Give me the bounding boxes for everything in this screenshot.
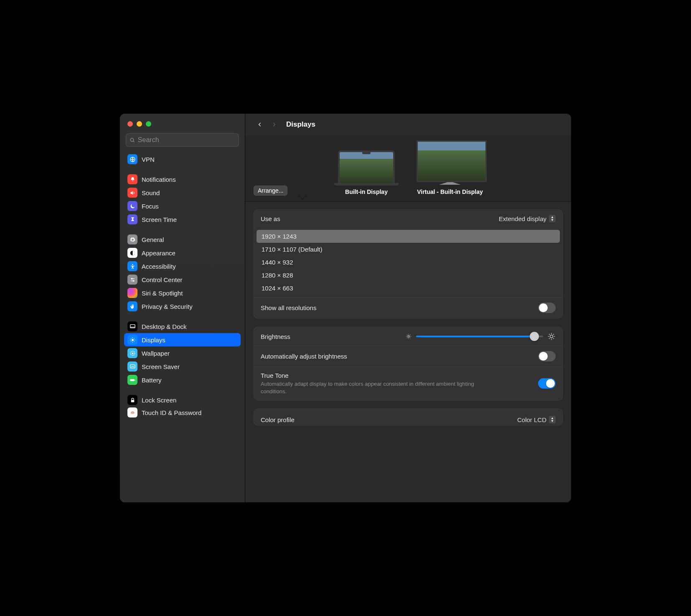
auto-brightness-toggle[interactable] xyxy=(538,351,556,361)
sidebar-item-siri[interactable]: Siri & Spotlight xyxy=(124,286,241,300)
svg-line-34 xyxy=(410,335,410,335)
sidebar-item-control-center[interactable]: Control Center xyxy=(124,273,241,286)
sidebar-item-privacy[interactable]: Privacy & Security xyxy=(124,300,241,313)
sidebar-item-label: Battery xyxy=(142,377,162,384)
settings-scroll[interactable]: Use as Extended display ▲▼ 1920 × 124317… xyxy=(245,202,571,502)
sidebar-item-lock-screen[interactable]: Lock Screen xyxy=(124,393,241,407)
svg-line-43 xyxy=(553,334,554,335)
sidebar-item-label: Focus xyxy=(142,203,159,210)
svg-line-40 xyxy=(549,334,550,335)
display-label: Built-in Display xyxy=(333,188,400,196)
sidebar-item-label: Sound xyxy=(142,189,160,196)
svg-line-42 xyxy=(549,338,550,339)
sidebar-item-label: Displays xyxy=(142,336,165,344)
sidebar-item-label: Siri & Spotlight xyxy=(142,290,183,297)
back-button[interactable] xyxy=(255,119,264,130)
svg-point-4 xyxy=(132,264,133,265)
sidebar-item-label: Appearance xyxy=(142,249,175,257)
true-tone-label: True Tone xyxy=(261,372,486,379)
sliders-icon xyxy=(127,275,137,285)
sidebar: VPN Notifications Sound xyxy=(120,114,245,502)
svg-rect-23 xyxy=(130,379,134,381)
display-label: Virtual - Built-in Display xyxy=(417,188,483,196)
svg-point-8 xyxy=(133,280,134,281)
window-controls xyxy=(120,119,245,133)
screensaver-icon xyxy=(127,361,137,372)
svg-line-17 xyxy=(134,341,134,341)
sidebar-item-vpn[interactable]: VPN xyxy=(124,153,241,166)
svg-point-20 xyxy=(132,352,133,354)
true-tone-sub: Automatically adapt display to make colo… xyxy=(261,380,486,395)
dropdown-value: Extended display xyxy=(499,215,546,222)
sidebar-item-desktop-dock[interactable]: Desktop & Dock xyxy=(124,320,241,333)
svg-point-6 xyxy=(131,278,132,279)
resolution-option[interactable]: 1280 × 828 xyxy=(257,269,560,282)
monitor-thumbnail-icon xyxy=(417,140,487,182)
svg-line-16 xyxy=(131,338,131,339)
svg-rect-24 xyxy=(135,379,135,381)
sun-small-icon xyxy=(405,333,412,340)
sidebar-list: VPN Notifications Sound xyxy=(120,150,245,502)
display-card-builtin[interactable]: Built-in Display xyxy=(333,150,400,196)
svg-point-11 xyxy=(132,339,134,341)
battery-icon xyxy=(127,375,137,385)
appearance-icon xyxy=(127,248,137,258)
sidebar-item-screen-time[interactable]: Screen Time xyxy=(124,213,241,226)
brightness-label: Brightness xyxy=(261,333,290,340)
sidebar-item-label: General xyxy=(142,236,164,243)
sidebar-item-touchid[interactable]: Touch ID & Password xyxy=(124,407,241,418)
brightness-slider[interactable] xyxy=(416,336,543,337)
moon-icon xyxy=(127,201,137,211)
minimize-icon[interactable] xyxy=(137,121,142,127)
sidebar-item-wallpaper[interactable]: Wallpaper xyxy=(124,346,241,360)
sidebar-item-battery[interactable]: Battery xyxy=(124,373,241,387)
svg-line-31 xyxy=(407,335,407,335)
sidebar-item-label: Screen Time xyxy=(142,216,177,223)
dropdown-value: Color LCD xyxy=(517,416,546,423)
sidebar-item-sound[interactable]: Sound xyxy=(124,186,241,199)
sidebar-item-screen-saver[interactable]: Screen Saver xyxy=(124,360,241,373)
svg-line-32 xyxy=(410,338,410,338)
svg-point-0 xyxy=(130,138,133,141)
svg-line-33 xyxy=(407,338,407,338)
dock-icon xyxy=(127,321,137,331)
displays-strip: Arrange... Built-in Display Virtual - Bu… xyxy=(245,135,571,202)
search-input[interactable] xyxy=(126,133,239,147)
accessibility-icon xyxy=(127,261,137,271)
sidebar-item-label: Lock Screen xyxy=(142,397,176,404)
svg-line-41 xyxy=(553,338,554,339)
svg-point-26 xyxy=(408,336,409,337)
sidebar-item-focus[interactable]: Focus xyxy=(124,199,241,213)
resolution-option[interactable]: 1920 × 1243 xyxy=(257,230,560,243)
sidebar-item-displays[interactable]: Displays xyxy=(124,333,241,346)
resolution-option[interactable]: 1024 × 663 xyxy=(257,282,560,295)
svg-line-18 xyxy=(131,341,131,341)
sidebar-item-appearance[interactable]: Appearance xyxy=(124,246,241,260)
laptop-thumbnail-icon xyxy=(338,150,395,185)
resolution-option[interactable]: 1710 × 1107 (Default) xyxy=(257,243,560,256)
show-all-resolutions-toggle[interactable] xyxy=(538,303,556,313)
chevron-left-icon xyxy=(257,121,263,128)
resolution-option[interactable]: 1440 × 932 xyxy=(257,256,560,269)
sidebar-item-label: Control Center xyxy=(142,276,183,283)
hand-icon xyxy=(127,301,137,311)
titlebar: Displays xyxy=(245,114,571,135)
true-tone-toggle[interactable] xyxy=(538,378,556,389)
sidebar-item-label: Desktop & Dock xyxy=(142,323,187,330)
sidebar-item-label: Notifications xyxy=(142,176,176,183)
system-settings-window: VPN Notifications Sound xyxy=(120,114,571,502)
speaker-icon xyxy=(127,188,137,198)
auto-brightness-label: Automatically adjust brightness xyxy=(261,353,347,360)
display-card-virtual[interactable]: Virtual - Built-in Display xyxy=(417,140,483,196)
svg-rect-25 xyxy=(131,400,134,402)
siri-icon xyxy=(127,288,137,298)
zoom-icon[interactable] xyxy=(146,121,151,127)
close-icon[interactable] xyxy=(127,121,133,127)
sidebar-item-general[interactable]: General xyxy=(124,233,241,246)
use-as-dropdown[interactable]: Extended display ▲▼ xyxy=(499,215,556,222)
color-profile-label: Color profile xyxy=(261,416,295,423)
sidebar-item-accessibility[interactable]: Accessibility xyxy=(124,260,241,273)
arrange-button[interactable]: Arrange... xyxy=(254,186,287,196)
sidebar-item-notifications[interactable]: Notifications xyxy=(124,173,241,186)
color-profile-dropdown[interactable]: Color LCD ▲▼ xyxy=(517,416,556,423)
